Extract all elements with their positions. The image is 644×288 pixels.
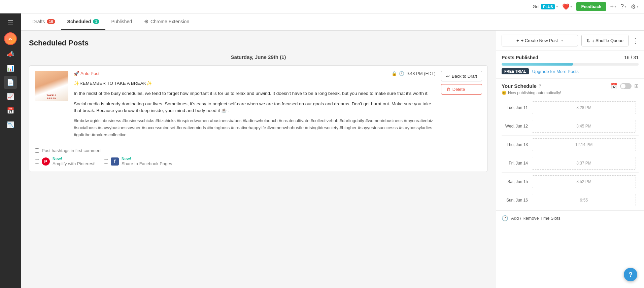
sidebar-item-analytics[interactable]: 📊 <box>4 62 17 75</box>
post-thumbnail: TAKE ABREAK <box>35 71 68 101</box>
schedule-help-icon[interactable]: ? <box>539 83 541 88</box>
upgrade-link[interactable]: Upgrade for More Posts <box>532 69 579 74</box>
your-schedule-section: Your Schedule ? 📅 ⊞ 😊 Now publishing aut… <box>496 79 644 211</box>
content-area: Scheduled Posts Saturday, June 29th (1) … <box>21 31 644 288</box>
hamburger-menu[interactable]: ☰ <box>5 16 16 30</box>
avatar-initials: JC <box>8 37 12 40</box>
heart-icon-btn[interactable]: ❤️ ▾ <box>562 3 572 10</box>
schedule-icons: 📅 ⊞ <box>611 83 639 89</box>
facebook-item[interactable]: f New! Share to Facebook Pages <box>104 156 172 166</box>
schedule-time-slot[interactable]: 8:37 PM <box>532 157 636 170</box>
schedule-title: Your Schedule ? <box>502 83 541 89</box>
social-share-row: P New! Amplify with Pinterest! f <box>35 156 482 166</box>
plus-dropdown-icon[interactable]: ▾ <box>556 4 558 9</box>
delete-button[interactable]: 🗑 Delete <box>441 84 482 95</box>
smiley-icon: 😊 <box>502 91 507 95</box>
schedule-time-slot[interactable]: 3:28 PM <box>532 101 636 114</box>
pinterest-checkbox[interactable] <box>35 159 39 164</box>
sidebar-item-chart[interactable]: 📉 <box>4 118 17 131</box>
clock-icon: 🕐 <box>399 71 404 76</box>
post-time: 🔒 🕐 9:48 PM (EDT) <box>392 71 436 76</box>
question-icon: ? <box>620 3 624 10</box>
left-sidebar: ☰ JC 📣 📊 📄 📈 📅 📉 <box>0 13 21 288</box>
back-to-draft-button[interactable]: ↩ Back to Draft <box>441 71 482 81</box>
schedule-header: Your Schedule ? 📅 ⊞ <box>502 83 639 89</box>
settings-button[interactable]: ⚙ ▾ <box>631 3 639 10</box>
plus-badge: PLUS <box>541 4 555 9</box>
post-card: TAKE ABREAK 🚀 Auto Post <box>29 65 488 172</box>
auto-post-label: 🚀 Auto Post <box>74 71 99 76</box>
schedule-date: Tue, Jun 11 <box>502 105 532 110</box>
auto-publish-note: 😊 Now publishing automatically! <box>502 91 639 95</box>
tab-scheduled[interactable]: Scheduled 1 <box>61 14 105 30</box>
tab-chrome-label: Chrome Extension <box>150 19 189 24</box>
shuffle-icon: ⇅ <box>586 38 590 43</box>
date-header: Saturday, June 29th (1) <box>29 54 488 60</box>
tab-scheduled-label: Scheduled <box>67 19 91 24</box>
post-hashtags: #lmbdw #girlsinbusiness #businesschicks … <box>74 117 436 138</box>
tab-scheduled-badge: 1 <box>93 19 99 24</box>
post-card-header: 🚀 Auto Post 🔒 🕐 9:48 PM (EDT) <box>74 71 436 76</box>
tab-drafts-label: Drafts <box>32 19 45 24</box>
get-plus-label: Get PLUS ▾ <box>533 4 558 9</box>
schedule-date: Thu, Jun 13 <box>502 142 532 147</box>
schedule-row: Wed, Jun 12 3:45 PM <box>502 117 639 136</box>
tabs-bar: Drafts 10 Scheduled 1 Published ⊕ Chrome… <box>21 13 644 31</box>
plus-icon: + <box>610 3 614 10</box>
shuffle-queue-button[interactable]: ⇅ ↕ Shuffle Queue <box>581 35 629 46</box>
add-button[interactable]: + ▾ <box>610 3 616 10</box>
hashtag-checkbox[interactable] <box>35 148 39 153</box>
sidebar-item-publisher[interactable]: 📄 <box>4 76 17 89</box>
feedback-button[interactable]: Feedback <box>576 2 606 11</box>
pinterest-item[interactable]: P New! Amplify with Pinterest! <box>35 156 96 166</box>
schedule-time-slot[interactable]: 12:14 PM <box>532 138 636 151</box>
schedule-row: Sat, Jun 15 8:52 PM <box>502 173 639 191</box>
help-button[interactable]: ? ▾ <box>620 3 626 10</box>
sidebar-item-reports[interactable]: 📈 <box>4 90 17 103</box>
post-title: ✨REMEMBER TO TAKE A BREAK✨ <box>74 80 436 87</box>
gear-icon: ⚙ <box>631 3 636 10</box>
top-nav: Get PLUS ▾ ❤️ ▾ Feedback + ▾ ? ▾ ⚙ ▾ <box>0 0 644 13</box>
schedule-time-slot[interactable]: 8:52 PM <box>532 175 636 188</box>
post-body-1: In the midst of the busy schedules, we t… <box>74 90 436 97</box>
schedule-row: Tue, Jun 11 3:28 PM <box>502 99 639 117</box>
clock-icon: 🕐 <box>502 215 508 221</box>
sidebar-item-megaphone[interactable]: 📣 <box>4 48 17 61</box>
right-sidebar-header: + + Create New Post ▾ ⇅ ↕ Shuffle Queue … <box>496 31 644 51</box>
tab-published[interactable]: Published <box>105 14 138 30</box>
facebook-info: New! Share to Facebook Pages <box>122 156 172 166</box>
upgrade-row: FREE TRIAL Upgrade for More Posts <box>502 68 639 74</box>
schedule-date: Fri, Jun 14 <box>502 161 532 166</box>
add-time-slots[interactable]: 🕐 Add / Remove Time Slots <box>496 211 644 225</box>
lock-icon: 🔒 <box>392 71 397 76</box>
pinterest-info: New! Amplify with Pinterest! <box>53 156 96 166</box>
facebook-icon: f <box>111 157 119 166</box>
post-body-2: Social media is already dominating our l… <box>74 101 436 114</box>
page-title: Scheduled Posts <box>29 39 488 47</box>
auto-post-icon: 🚀 <box>74 71 79 76</box>
hashtag-checkbox-label: Post hashtags in first comment <box>42 148 102 153</box>
tab-drafts[interactable]: Drafts 10 <box>26 14 61 30</box>
app-layout: ☰ JC 📣 📊 📄 📈 📅 📉 Drafts 10 Scheduled 1 P… <box>0 13 644 288</box>
sidebar-item-calendar[interactable]: 📅 <box>4 104 17 117</box>
create-new-post-button[interactable]: + + Create New Post ▾ <box>502 35 578 46</box>
progress-bar <box>502 63 639 66</box>
post-text: ✨REMEMBER TO TAKE A BREAK✨ In the midst … <box>74 80 436 138</box>
progress-bar-fill <box>502 63 573 66</box>
chrome-icon: ⊕ <box>144 18 148 25</box>
auto-publish-toggle[interactable] <box>620 83 632 89</box>
trash-icon: 🗑 <box>446 87 450 92</box>
facebook-checkbox[interactable] <box>104 159 108 164</box>
schedule-time-slot[interactable]: 3:45 PM <box>532 120 636 133</box>
schedule-time-slot[interactable]: 9:55 <box>532 194 636 206</box>
avatar[interactable]: JC <box>4 32 17 45</box>
schedule-date: Sat, Jun 15 <box>502 179 532 184</box>
posts-section: Scheduled Posts Saturday, June 29th (1) … <box>21 31 496 288</box>
schedule-calendar-icon-btn[interactable]: 📅 <box>611 83 617 89</box>
tab-chrome-extension[interactable]: ⊕ Chrome Extension <box>138 13 195 30</box>
schedule-grid-icon-btn[interactable]: ⊞ <box>634 83 639 89</box>
main-content: Drafts 10 Scheduled 1 Published ⊕ Chrome… <box>21 13 644 288</box>
schedule-row: Fri, Jun 14 8:37 PM <box>502 154 639 173</box>
more-options-button[interactable]: ⋮ <box>632 37 639 45</box>
floating-help-button[interactable]: ? <box>624 268 637 281</box>
